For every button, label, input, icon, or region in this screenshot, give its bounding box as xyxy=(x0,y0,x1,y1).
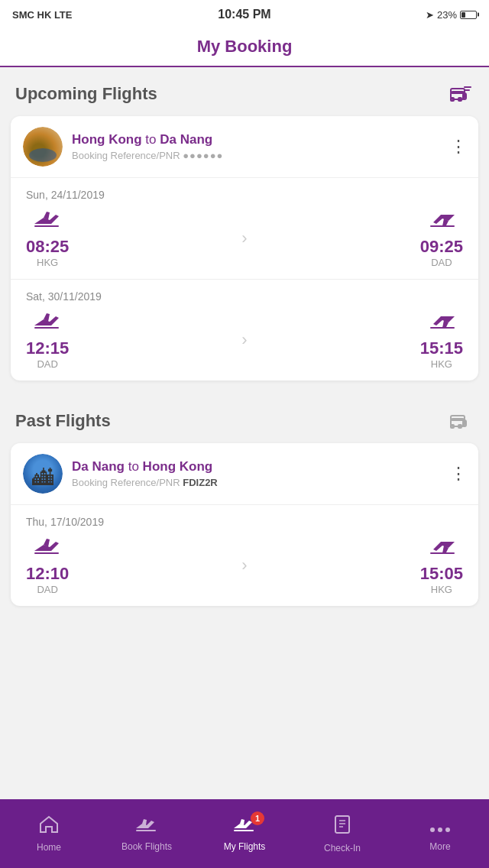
upcoming-leg-2: Sat, 30/11/2019 12:15 DAD › xyxy=(11,280,478,381)
upcoming-pnr: Booking Reference/PNR ●●●●●● xyxy=(72,150,444,161)
past-from: Da Nang xyxy=(72,459,125,474)
my-flights-icon: 1 xyxy=(232,816,257,837)
status-bar: SMC HK LTE 10:45 PM ➤ 23% xyxy=(0,0,489,28)
takeoff-icon-2 xyxy=(33,310,62,337)
upcoming-title: Upcoming Flights xyxy=(15,84,157,104)
leg2-dep-time: 12:15 xyxy=(26,338,69,358)
leg1-dep: 08:25 HKG xyxy=(26,209,69,268)
page-header: My Booking xyxy=(0,28,489,67)
upcoming-thumb xyxy=(23,127,63,167)
book-flights-label: Book Flights xyxy=(121,841,172,852)
leg2-times: 12:15 DAD › 15:15 HKG xyxy=(26,310,463,370)
past-leg1-arrow: › xyxy=(76,555,412,575)
leg1-dep-airport: HKG xyxy=(37,257,58,268)
main-content: Upcoming Flights Hong Kong to xyxy=(0,67,489,799)
leg1-arrow: › xyxy=(76,228,412,248)
check-in-label: Check-In xyxy=(324,843,361,853)
my-flights-badge: 1 xyxy=(251,811,264,825)
home-icon xyxy=(39,815,59,838)
past-leg1-dep-time: 12:10 xyxy=(26,564,69,584)
past-thumb xyxy=(23,454,63,494)
battery-percent: 23% xyxy=(437,9,457,21)
status-right: ➤ 23% xyxy=(426,9,477,21)
leg2-arr-airport: HKG xyxy=(431,358,452,370)
upcoming-pnr-value: ●●●●●● xyxy=(183,150,223,161)
bottom-nav: Home Book Flights 1 My Flights xyxy=(0,799,489,868)
leg2-arr: 15:15 HKG xyxy=(420,310,463,370)
leg2-arrow: › xyxy=(76,330,412,350)
leg1-dep-time: 08:25 xyxy=(26,237,69,257)
time-text: 10:45 PM xyxy=(218,8,270,21)
book-flights-icon xyxy=(134,816,159,837)
upcoming-from: Hong Kong xyxy=(72,132,142,147)
past-leg1-arr: 15:05 HKG xyxy=(420,536,463,595)
nav-more[interactable]: More xyxy=(391,799,489,868)
svg-point-25 xyxy=(438,828,442,832)
carrier-text: SMC HK LTE xyxy=(12,9,72,21)
home-label: Home xyxy=(37,842,61,853)
svg-rect-20 xyxy=(335,816,349,833)
leg2-date: Sat, 30/11/2019 xyxy=(26,290,463,303)
leg1-times: 08:25 HKG › 09:25 DAD xyxy=(26,209,463,268)
upcoming-to: Da Nang xyxy=(160,132,212,147)
svg-rect-9 xyxy=(34,327,59,329)
past-title: Past Flights xyxy=(15,411,111,431)
past-to-label: to xyxy=(128,459,143,474)
nav-check-in[interactable]: Check-In xyxy=(293,799,391,868)
upcoming-card-info: Hong Kong to Da Nang Booking Reference/P… xyxy=(63,132,444,161)
leg1-arr: 09:25 DAD xyxy=(420,209,463,268)
landing-icon-2 xyxy=(427,310,456,337)
seat-icon-past xyxy=(448,408,474,434)
past-leg-1: Thu, 17/10/2019 12:10 DAD › xyxy=(11,505,478,606)
upcoming-flight-card: Hong Kong to Da Nang Booking Reference/P… xyxy=(11,116,478,381)
upcoming-card-header: Hong Kong to Da Nang Booking Reference/P… xyxy=(11,116,478,178)
svg-point-24 xyxy=(430,828,435,832)
past-leg1-date: Thu, 17/10/2019 xyxy=(26,516,463,528)
past-leg1-arr-time: 15:05 xyxy=(420,564,463,584)
takeoff-icon-1 xyxy=(33,209,62,235)
svg-point-26 xyxy=(445,828,450,832)
thumb-hkg-img xyxy=(23,127,63,167)
landing-icon-1 xyxy=(427,209,456,235)
my-flights-label: My Flights xyxy=(224,841,266,852)
leg1-arr-airport: DAD xyxy=(431,257,452,268)
page-title: My Booking xyxy=(0,37,489,66)
past-to: Hong Kong xyxy=(143,459,213,474)
seat-icon-upcoming xyxy=(448,81,474,107)
upcoming-leg-1: Sun, 24/11/2019 08:25 HKG › xyxy=(11,178,478,279)
past-pnr: Booking Reference/PNR FDIZ2R xyxy=(72,477,444,488)
upcoming-section-header: Upcoming Flights xyxy=(0,67,489,116)
past-card-header: Da Nang to Hong Kong Booking Reference/P… xyxy=(11,443,478,505)
past-leg1-times: 12:10 DAD › 15:05 HKG xyxy=(26,536,463,595)
leg2-dep: 12:15 DAD xyxy=(26,310,69,370)
svg-rect-19 xyxy=(234,830,254,831)
nav-my-flights[interactable]: 1 My Flights xyxy=(196,799,293,868)
more-label: More xyxy=(429,841,450,852)
leg2-dep-airport: DAD xyxy=(37,358,57,370)
location-icon: ➤ xyxy=(426,9,434,21)
past-section-header: Past Flights xyxy=(0,394,489,443)
nav-home[interactable]: Home xyxy=(0,799,98,868)
leg1-arr-time: 09:25 xyxy=(420,237,463,257)
landing-icon-past xyxy=(427,536,456,562)
past-leg1-dep-airport: DAD xyxy=(37,584,57,595)
past-leg1-arr-airport: HKG xyxy=(431,584,452,595)
past-flight-card: Da Nang to Hong Kong Booking Reference/P… xyxy=(11,443,478,606)
past-pnr-value: FDIZ2R xyxy=(183,477,218,488)
upcoming-menu-button[interactable]: ⋮ xyxy=(444,141,466,151)
svg-rect-18 xyxy=(136,830,156,831)
past-route: Da Nang to Hong Kong xyxy=(72,459,444,474)
takeoff-icon-past xyxy=(33,536,62,562)
check-in-icon xyxy=(334,815,351,839)
leg1-date: Sun, 24/11/2019 xyxy=(26,189,463,201)
svg-rect-7 xyxy=(34,225,59,227)
battery-icon xyxy=(460,11,477,19)
svg-rect-16 xyxy=(34,552,59,554)
past-card-info: Da Nang to Hong Kong Booking Reference/P… xyxy=(63,459,444,488)
leg2-arr-time: 15:15 xyxy=(420,338,463,358)
upcoming-to-label: to xyxy=(145,132,160,147)
nav-book-flights[interactable]: Book Flights xyxy=(98,799,196,868)
more-icon xyxy=(430,816,450,837)
upcoming-route: Hong Kong to Da Nang xyxy=(72,132,444,147)
past-menu-button[interactable]: ⋮ xyxy=(444,468,466,478)
